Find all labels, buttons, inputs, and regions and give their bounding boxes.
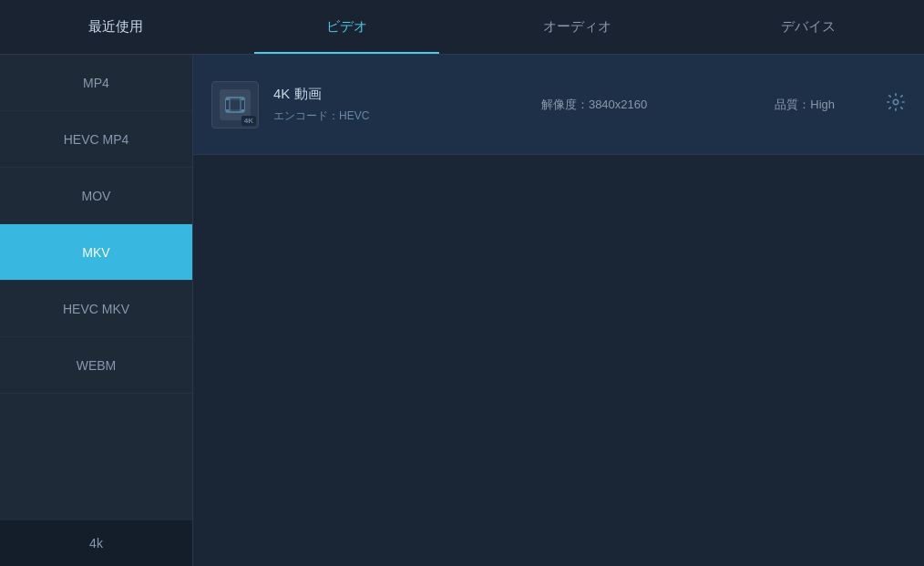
tab-video-label: ビデオ bbox=[326, 18, 367, 36]
format-details: 4K 動画 エンコード：HEVC bbox=[273, 86, 369, 124]
sidebar-item-hevc-mkv[interactable]: HEVC MKV bbox=[0, 281, 192, 337]
tab-recent-label: 最近使用 bbox=[88, 18, 143, 36]
svg-rect-7 bbox=[241, 109, 243, 111]
svg-rect-5 bbox=[227, 109, 229, 111]
sidebar-item-mp4[interactable]: MP4 bbox=[0, 55, 192, 111]
sidebar-item-hevc-mp4-label: HEVC MP4 bbox=[64, 132, 129, 147]
sidebar-footer[interactable]: 4k bbox=[0, 520, 192, 566]
format-icon: 4K bbox=[211, 81, 259, 129]
svg-rect-1 bbox=[226, 100, 244, 109]
format-meta: 解像度：3840x2160 品質：High bbox=[541, 97, 835, 113]
sidebar-item-mov[interactable]: MOV bbox=[0, 168, 192, 224]
top-navigation: 最近使用 ビデオ オーディオ デバイス bbox=[0, 0, 924, 55]
tab-device-label: デバイス bbox=[781, 18, 836, 36]
settings-button[interactable] bbox=[886, 92, 906, 117]
sidebar-footer-label: 4k bbox=[89, 536, 103, 551]
svg-rect-6 bbox=[241, 98, 243, 100]
sidebar-item-mov-label: MOV bbox=[82, 189, 111, 203]
format-icon-label: 4K bbox=[241, 116, 256, 126]
sidebar-item-webm[interactable]: WEBM bbox=[0, 337, 192, 394]
sidebar-item-mkv-label: MKV bbox=[82, 245, 109, 260]
content-panel: 4K 4K 動画 エンコード：HEVC 解像度：3840x2160 品質：Hig… bbox=[193, 55, 924, 566]
film-icon bbox=[224, 94, 246, 116]
tab-audio-label: オーディオ bbox=[543, 18, 611, 36]
sidebar-item-mp4-label: MP4 bbox=[83, 76, 109, 90]
format-subtitle: エンコード：HEVC bbox=[273, 108, 369, 124]
svg-point-8 bbox=[893, 99, 898, 105]
main-content: MP4 HEVC MP4 MOV MKV HEVC MKV WEBM 4k bbox=[0, 55, 924, 566]
format-row: 4K 4K 動画 エンコード：HEVC 解像度：3840x2160 品質：Hig… bbox=[193, 55, 924, 155]
tab-device[interactable]: デバイス bbox=[693, 0, 925, 54]
format-resolution: 解像度：3840x2160 bbox=[541, 97, 647, 113]
format-quality: 品質：High bbox=[775, 97, 835, 113]
sidebar-item-hevc-mkv-label: HEVC MKV bbox=[63, 302, 129, 316]
tab-video[interactable]: ビデオ bbox=[231, 0, 463, 54]
tab-audio[interactable]: オーディオ bbox=[462, 0, 693, 54]
sidebar: MP4 HEVC MP4 MOV MKV HEVC MKV WEBM 4k bbox=[0, 55, 193, 566]
sidebar-item-webm-label: WEBM bbox=[77, 358, 117, 373]
sidebar-item-mkv[interactable]: MKV bbox=[0, 224, 192, 281]
format-title: 4K 動画 bbox=[273, 86, 369, 103]
sidebar-item-hevc-mp4[interactable]: HEVC MP4 bbox=[0, 111, 192, 168]
gear-icon bbox=[886, 92, 906, 112]
svg-rect-4 bbox=[227, 98, 229, 100]
tab-recent[interactable]: 最近使用 bbox=[0, 0, 231, 54]
